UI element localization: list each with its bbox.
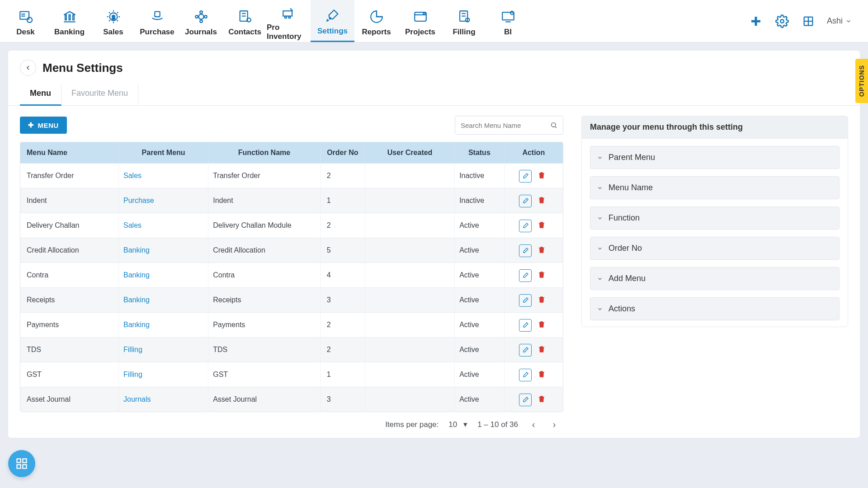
edit-icon[interactable]	[519, 170, 532, 183]
cell-parent-menu[interactable]: Banking	[119, 238, 208, 263]
nav-item-contacts[interactable]: Contacts	[223, 0, 267, 42]
cell-menu-name: Receipts	[20, 287, 119, 312]
options-flag[interactable]: OPTIONS	[855, 59, 868, 103]
nav-item-journals[interactable]: Journals	[179, 0, 223, 42]
accordion-function[interactable]: Function	[590, 206, 840, 230]
edit-icon[interactable]	[519, 319, 532, 332]
col-menu-name: Menu Name	[20, 142, 119, 163]
cell-parent-menu[interactable]: Filling	[119, 362, 208, 387]
search-box[interactable]	[455, 116, 563, 135]
cell-action	[505, 387, 563, 412]
cell-parent-menu[interactable]: Sales	[119, 213, 208, 238]
delete-icon[interactable]	[535, 194, 548, 206]
pager-size[interactable]: 10	[448, 420, 457, 429]
cell-status: Active	[455, 213, 504, 238]
edit-icon[interactable]	[519, 344, 532, 357]
cell-function-name: GST	[208, 362, 320, 387]
apps-fab[interactable]	[8, 450, 35, 477]
delete-icon[interactable]	[535, 368, 548, 380]
back-button[interactable]	[20, 60, 36, 76]
accordion-label: Parent Menu	[609, 153, 655, 162]
cell-parent-menu[interactable]: Sales	[119, 163, 208, 188]
cell-parent-menu[interactable]: Filling	[119, 337, 208, 362]
edit-icon[interactable]	[519, 369, 532, 381]
gear-icon[interactable]	[774, 14, 790, 29]
nav-item-desk[interactable]: Desk	[4, 0, 47, 42]
nav-item-pro-inventory[interactable]: Pro Inventory	[267, 0, 311, 42]
nav-item-reports[interactable]: Reports	[354, 0, 398, 42]
search-input[interactable]	[461, 122, 547, 129]
accordion-add-menu[interactable]: Add Menu	[590, 267, 840, 290]
delete-icon[interactable]	[535, 268, 548, 281]
table-row: Transfer OrderSalesTransfer Order2Inacti…	[20, 163, 563, 188]
pager-prev[interactable]: ‹	[528, 419, 539, 430]
edit-icon[interactable]	[519, 269, 532, 282]
accordion-parent-menu[interactable]: Parent Menu	[590, 146, 840, 169]
svg-point-12	[200, 11, 203, 14]
tab-menu[interactable]: Menu	[20, 84, 61, 106]
edit-icon[interactable]	[519, 220, 532, 232]
cell-user-created	[365, 337, 455, 362]
accordion-order-no[interactable]: Order No	[590, 237, 840, 260]
cell-user-created	[365, 163, 455, 188]
cell-parent-menu[interactable]: Banking	[119, 287, 208, 312]
cell-action	[505, 362, 563, 387]
nav-item-settings[interactable]: Settings	[311, 0, 354, 42]
cell-function-name: Payments	[208, 312, 320, 337]
nav-item-banking[interactable]: Banking	[47, 0, 91, 42]
delete-icon[interactable]	[535, 293, 548, 306]
edit-icon[interactable]	[519, 244, 532, 257]
cell-parent-menu[interactable]: Banking	[119, 312, 208, 337]
edit-icon[interactable]	[519, 195, 532, 207]
cell-action	[505, 312, 563, 337]
delete-icon[interactable]	[535, 169, 548, 182]
svg-point-40	[552, 123, 556, 127]
calculator-icon[interactable]	[801, 14, 816, 29]
cell-parent-menu[interactable]: Banking	[119, 263, 208, 287]
pagination: Items per page: 10 ▾ 1 – 10 of 36 ‹ ›	[20, 412, 563, 430]
cell-user-created	[365, 238, 455, 263]
svg-point-31	[510, 11, 513, 14]
accordion-menu-name[interactable]: Menu Name	[590, 176, 840, 199]
nav-item-filling[interactable]: Filling	[442, 0, 486, 42]
nav-item-projects[interactable]: Projects	[398, 0, 442, 42]
cell-order-no: 2	[321, 163, 365, 188]
nav-item-sales[interactable]: $Sales	[91, 0, 135, 42]
cell-menu-name: Contra	[20, 263, 119, 287]
nav-item-purchase[interactable]: Purchase	[135, 0, 179, 42]
nav-item-bi[interactable]: BI	[486, 0, 530, 42]
table-row: Asset JournalJournalsAsset Journal3Activ…	[20, 387, 563, 412]
delete-icon[interactable]	[535, 343, 548, 356]
svg-point-11	[204, 15, 207, 18]
cell-status: Inactive	[455, 163, 504, 188]
cell-function-name: Credit Allocation	[208, 238, 320, 263]
pager-size-dropdown[interactable]: ▾	[463, 420, 467, 429]
side-panel-title: Manage your menu through this setting	[582, 116, 848, 139]
delete-icon[interactable]	[535, 244, 548, 256]
cell-action	[505, 238, 563, 263]
delete-icon[interactable]	[535, 318, 548, 331]
nav-icon	[149, 9, 165, 25]
svg-rect-45	[23, 465, 26, 468]
nav-icon	[18, 9, 34, 25]
delete-icon[interactable]	[535, 219, 548, 231]
pager-next[interactable]: ›	[549, 419, 560, 430]
chevron-down-icon	[597, 276, 603, 282]
tab-favourite-menu[interactable]: Favourite Menu	[61, 84, 138, 105]
add-menu-button[interactable]: ✚ MENU	[20, 117, 67, 134]
svg-point-19	[284, 16, 286, 18]
edit-icon[interactable]	[519, 294, 532, 307]
chevron-down-icon	[597, 306, 603, 312]
accordion-label: Actions	[609, 304, 635, 314]
plus-icon[interactable]	[748, 14, 764, 29]
nav-label: Pro Inventory	[267, 23, 311, 41]
edit-icon[interactable]	[519, 394, 532, 406]
svg-rect-2	[65, 14, 66, 19]
accordion-actions[interactable]: Actions	[590, 297, 840, 320]
cell-parent-menu[interactable]: Purchase	[119, 188, 208, 213]
user-menu[interactable]: Ashi	[827, 16, 852, 26]
cell-parent-menu[interactable]: Journals	[119, 387, 208, 412]
cell-user-created	[365, 362, 455, 387]
delete-icon[interactable]	[535, 393, 548, 405]
svg-point-20	[288, 16, 290, 18]
